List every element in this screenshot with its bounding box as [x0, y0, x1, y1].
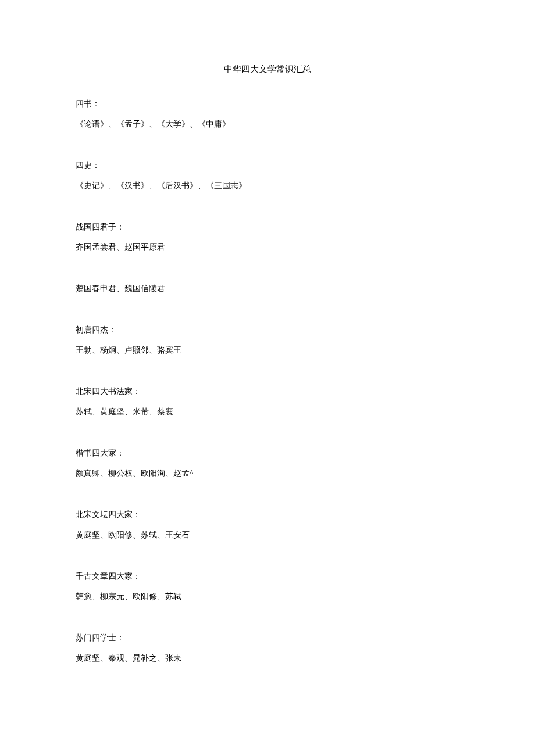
section-content: 《论语》、《孟子》、《大学》、《中庸》 — [76, 114, 459, 134]
section-content: 黄庭坚、欧阳修、苏轼、王安石 — [76, 525, 459, 545]
section-heading: 战国四君子： — [76, 217, 459, 237]
section-heading: 苏门四学士： — [76, 628, 459, 648]
section-sishi: 四史： 《史记》、《汉书》、《后汉书》、《三国志》 — [76, 155, 459, 196]
section-heading: 初唐四杰： — [76, 320, 459, 340]
section-kaishu: 楷书四大家： 颜真卿、柳公权、欧阳洵、赵孟^ — [76, 443, 459, 483]
section-heading: 北宋四大书法家： — [76, 381, 459, 402]
section-content: 齐国孟尝君、赵国平原君 — [76, 237, 459, 257]
section-content: 颜真卿、柳公权、欧阳洵、赵孟^ — [76, 463, 459, 483]
section-heading: 四史： — [76, 155, 459, 175]
section-chutang: 初唐四杰： 王勃、杨炯、卢照邻、骆宾王 — [76, 320, 459, 360]
section-heading: 千古文章四大家： — [76, 566, 459, 586]
section-content: 黄庭坚、秦观、晁补之、张耒 — [76, 648, 459, 668]
section-zhanguo-2: 楚国春申君、魏国信陵君 — [76, 278, 459, 299]
section-content: 韩愈、柳宗元、欧阳修、苏轼 — [76, 586, 459, 607]
section-sishu: 四书： 《论语》、《孟子》、《大学》、《中庸》 — [76, 94, 459, 134]
section-content: 楚国春申君、魏国信陵君 — [76, 278, 459, 299]
document-page: 中华四大文学常识汇总 四书： 《论语》、《孟子》、《大学》、《中庸》 四史： 《… — [0, 0, 535, 724]
section-sumen: 苏门四学士： 黄庭坚、秦观、晁补之、张耒 — [76, 628, 459, 668]
section-zhanguo-1: 战国四君子： 齐国孟尝君、赵国平原君 — [76, 217, 459, 257]
section-content: 王勃、杨炯、卢照邻、骆宾王 — [76, 340, 459, 360]
section-heading: 北宋文坛四大家： — [76, 504, 459, 525]
section-heading: 楷书四大家： — [76, 443, 459, 463]
section-qiangu: 千古文章四大家： 韩愈、柳宗元、欧阳修、苏轼 — [76, 566, 459, 607]
section-content: 苏轼、黄庭坚、米芾、蔡襄 — [76, 402, 459, 422]
section-heading: 四书： — [76, 94, 459, 114]
section-content: 《史记》、《汉书》、《后汉书》、《三国志》 — [76, 175, 459, 196]
section-beisong-wentan: 北宋文坛四大家： 黄庭坚、欧阳修、苏轼、王安石 — [76, 504, 459, 545]
document-title: 中华四大文学常识汇总 — [76, 64, 459, 75]
section-beisong-shufa: 北宋四大书法家： 苏轼、黄庭坚、米芾、蔡襄 — [76, 381, 459, 422]
